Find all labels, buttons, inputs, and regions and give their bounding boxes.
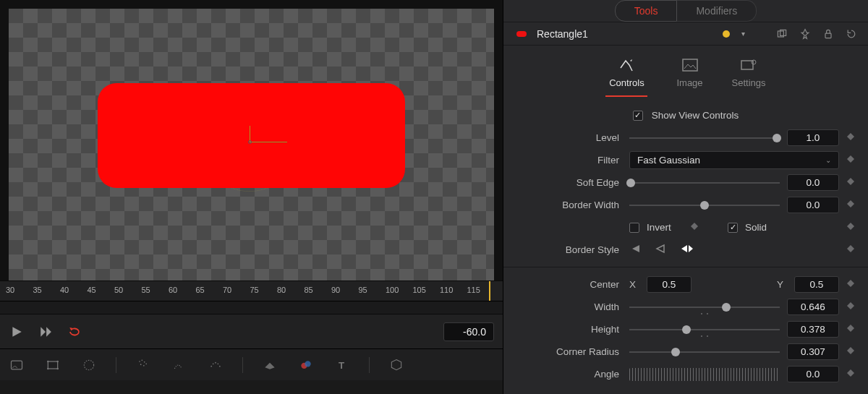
invert-keyframe[interactable] bbox=[690, 222, 700, 233]
next-frame-button[interactable] bbox=[38, 324, 54, 340]
svg-rect-23 bbox=[825, 33, 831, 38]
loop-button[interactable] bbox=[67, 324, 82, 340]
corner-radius-slider[interactable] bbox=[629, 346, 780, 359]
viewer[interactable] bbox=[0, 0, 503, 280]
center-label: Center bbox=[515, 279, 622, 290]
width-slider[interactable] bbox=[629, 301, 780, 314]
corner-radius-keyframe[interactable] bbox=[846, 346, 856, 357]
filter-dropdown[interactable]: Fast Gaussian ⌄ bbox=[629, 151, 839, 169]
versions-icon[interactable] bbox=[775, 27, 788, 40]
svg-point-2 bbox=[47, 360, 49, 362]
width-keyframe[interactable] bbox=[846, 301, 856, 312]
ruler-tick: 90 bbox=[331, 286, 340, 294]
svg-text:T: T bbox=[339, 360, 344, 371]
filter-keyframe[interactable] bbox=[846, 155, 856, 166]
tab-tools[interactable]: Tools bbox=[615, 0, 678, 22]
subtab-settings[interactable]: Settings bbox=[732, 57, 766, 97]
border-style-keyframe[interactable] bbox=[846, 244, 856, 255]
subtab-image[interactable]: Image bbox=[676, 57, 702, 97]
level-keyframe[interactable] bbox=[846, 132, 856, 143]
particles-tool-icon[interactable] bbox=[134, 356, 153, 374]
subtab-controls[interactable]: Controls bbox=[605, 57, 647, 97]
emitter-tool-icon[interactable] bbox=[206, 356, 225, 374]
node-toolbar: T bbox=[0, 348, 503, 380]
svg-point-5 bbox=[56, 367, 59, 369]
filter-label: Filter bbox=[515, 155, 622, 166]
svg-point-3 bbox=[56, 360, 59, 362]
width-label: Width bbox=[515, 301, 622, 312]
height-value[interactable]: 0.378 bbox=[787, 321, 839, 338]
show-view-controls-label: Show View Controls bbox=[652, 110, 739, 121]
level-slider[interactable] bbox=[629, 132, 780, 145]
width-value[interactable]: 0.646 bbox=[787, 299, 839, 315]
svg-point-12 bbox=[145, 363, 147, 364]
ruler-tick: 70 bbox=[223, 286, 231, 294]
reset-icon[interactable] bbox=[845, 27, 858, 40]
play-button[interactable] bbox=[9, 324, 25, 340]
svg-point-17 bbox=[219, 365, 221, 367]
border-width-value[interactable]: 0.0 bbox=[787, 197, 839, 213]
border-style-option-1[interactable] bbox=[629, 242, 644, 257]
transport-bar: -60.0 bbox=[0, 314, 503, 348]
soft-edge-slider[interactable] bbox=[629, 176, 780, 189]
current-frame-value[interactable]: -60.0 bbox=[443, 322, 494, 341]
border-width-slider[interactable] bbox=[629, 199, 780, 212]
chevron-down-icon[interactable]: ▾ bbox=[740, 30, 746, 38]
shapes-tool-icon[interactable] bbox=[297, 356, 315, 374]
border-style-option-2[interactable] bbox=[654, 242, 668, 257]
ellipse-tool-icon[interactable] bbox=[80, 356, 98, 374]
tracker-tool-icon[interactable] bbox=[170, 356, 189, 374]
solid-keyframe[interactable] bbox=[846, 222, 856, 233]
ruler-tick: 40 bbox=[60, 286, 69, 294]
ruler-tick: 65 bbox=[196, 286, 205, 294]
center-y-value[interactable]: 0.5 bbox=[794, 276, 839, 293]
text-tool-icon[interactable]: T bbox=[333, 356, 352, 374]
svg-point-13 bbox=[210, 365, 212, 367]
ruler-tick: 55 bbox=[142, 286, 150, 294]
height-slider[interactable] bbox=[629, 323, 780, 336]
background-tool-icon[interactable] bbox=[7, 356, 26, 374]
inspector-pane: Tools Modifiers Rectangle1 ▾ Controls Im… bbox=[503, 0, 868, 394]
border-width-keyframe[interactable] bbox=[846, 200, 856, 210]
invert-checkbox[interactable] bbox=[629, 223, 639, 233]
show-view-controls-checkbox[interactable] bbox=[633, 111, 643, 121]
tab-modifiers[interactable]: Modifiers bbox=[677, 0, 757, 22]
soft-edge-label: Soft Edge bbox=[515, 177, 622, 188]
level-value[interactable]: 1.0 bbox=[787, 129, 839, 146]
invert-label: Invert bbox=[647, 222, 683, 233]
plane-tool-icon[interactable] bbox=[260, 356, 279, 374]
center-handle[interactable] bbox=[242, 134, 260, 152]
lock-icon[interactable] bbox=[822, 27, 835, 40]
node-header: Rectangle1 ▾ bbox=[503, 22, 868, 46]
angle-keyframe[interactable] bbox=[846, 369, 856, 380]
corner-radius-value[interactable]: 0.307 bbox=[787, 343, 839, 360]
center-keyframe[interactable] bbox=[846, 279, 856, 290]
soft-edge-value[interactable]: 0.0 bbox=[787, 174, 839, 191]
controls-panel: Show View Controls Level 1.0 Filter Fast… bbox=[503, 101, 868, 394]
soft-edge-keyframe[interactable] bbox=[846, 177, 856, 188]
ruler-tick: 80 bbox=[277, 286, 286, 294]
angle-value[interactable]: 0.0 bbox=[787, 366, 839, 382]
subtab-settings-label: Settings bbox=[732, 77, 766, 88]
pin-icon[interactable] bbox=[799, 27, 812, 40]
node-name[interactable]: Rectangle1 bbox=[537, 28, 712, 40]
solid-checkbox[interactable] bbox=[728, 223, 738, 233]
border-style-option-3[interactable] bbox=[678, 242, 696, 257]
ruler-tick: 45 bbox=[88, 286, 96, 294]
enable-toggle[interactable] bbox=[516, 31, 527, 37]
cube-tool-icon[interactable] bbox=[387, 356, 406, 374]
timeline-ruler[interactable]: 3035404550556065707580859095100105110115 bbox=[0, 280, 503, 301]
rectangle-tool-icon[interactable] bbox=[43, 356, 62, 374]
playhead[interactable] bbox=[489, 281, 490, 301]
border-width-label: Border Width bbox=[515, 200, 622, 210]
ruler-tick: 50 bbox=[114, 286, 123, 294]
center-x-value[interactable]: 0.5 bbox=[647, 276, 692, 293]
angle-wheel[interactable] bbox=[629, 368, 780, 381]
ruler-tick: 110 bbox=[440, 286, 453, 294]
color-tag[interactable] bbox=[723, 30, 730, 38]
height-keyframe[interactable] bbox=[846, 324, 856, 335]
inspector-subtabs: Controls Image Settings bbox=[503, 46, 868, 101]
ruler-tick: 35 bbox=[33, 286, 42, 294]
ruler-tick: 95 bbox=[359, 286, 367, 294]
timeline-track[interactable] bbox=[0, 301, 503, 314]
